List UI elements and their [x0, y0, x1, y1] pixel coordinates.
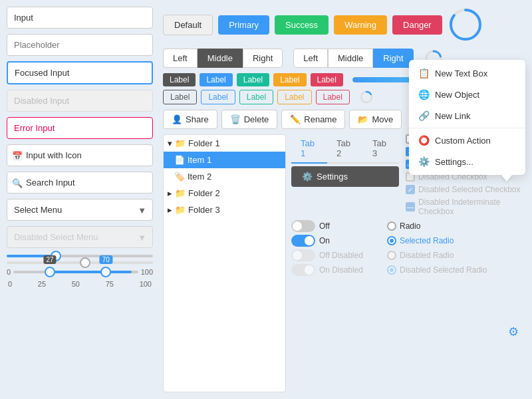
tabs-row: Tab 1 Tab 2 Tab 3	[291, 134, 399, 164]
menu-settings-label: Settings...	[435, 157, 473, 167]
radio-inner	[390, 239, 394, 243]
delete-label: Delete	[244, 114, 269, 124]
range-max-label: 100	[141, 268, 153, 276]
toggle-on[interactable]: On	[291, 235, 384, 247]
placeholder-input[interactable]	[7, 34, 153, 56]
tree-folder-2[interactable]: ▸ 📁 Folder 2	[164, 185, 285, 201]
toggle-off-disabled-track	[291, 249, 315, 261]
toggle-left-1[interactable]: Left	[163, 49, 198, 68]
toggle-middle-2[interactable]: Middle	[328, 49, 373, 68]
toggle-on-label: On	[319, 236, 330, 245]
disabled-select-wrapper: Disabled Select Menu ▼	[7, 226, 153, 248]
toggle-on-disabled-track	[291, 264, 315, 276]
slider-2-thumb[interactable]	[80, 257, 90, 268]
new-link-icon: 🔗	[418, 110, 430, 121]
default-button[interactable]: Default	[163, 15, 213, 35]
tree-folder-3[interactable]: ▸ 📁 Folder 3	[164, 201, 285, 218]
checkbox-disabled-indeterminate-box: —	[406, 202, 415, 211]
radio-disabled: Disabled Radio	[387, 249, 493, 261]
menu-new-object[interactable]: 🌐 New Object	[409, 84, 525, 105]
radio-unchecked[interactable]: Radio	[387, 220, 493, 232]
tiny-spinner	[359, 90, 374, 104]
tab-1[interactable]: Tab 1	[291, 134, 327, 164]
focused-input[interactable]	[7, 61, 153, 84]
circle-progress-full	[448, 7, 484, 43]
badge-outline-blue: Label	[201, 90, 235, 104]
toggle-on-track[interactable]	[291, 235, 315, 247]
disabled-selected-label: Disabled Selected Checkbox	[418, 185, 520, 194]
chevron-right-icon-2: ▸	[168, 188, 172, 198]
new-object-icon: 🌐	[418, 89, 430, 100]
toggle-left-2[interactable]: Left	[293, 49, 328, 68]
selected-radio-label: Selected Radio	[400, 236, 454, 245]
toggle-middle-1[interactable]: Middle	[198, 49, 243, 68]
share-label: Share	[186, 114, 209, 124]
tick-100: 100	[140, 280, 152, 288]
tree-item-1[interactable]: 📄 Item 1	[164, 152, 285, 168]
radio-disabled-circle	[387, 251, 396, 260]
badge-outline-orange: Label	[277, 90, 311, 104]
menu-new-object-label: New Object	[435, 90, 479, 100]
tree-item-1-label: Item 1	[188, 155, 211, 165]
plain-input[interactable]	[7, 7, 153, 29]
gear-icon: ⚙️	[302, 172, 313, 182]
range-thumb-right[interactable]: 70	[100, 267, 111, 277]
range-thumb-left[interactable]: 27	[45, 267, 55, 277]
rename-button[interactable]: ✏️ Rename	[281, 110, 345, 129]
settings-button[interactable]: ⚙️ Settings	[291, 166, 399, 187]
toggle-off-disabled-thumb	[293, 251, 302, 260]
menu-new-link-label: New Link	[435, 111, 470, 121]
menu-new-link[interactable]: 🔗 New Link	[409, 105, 525, 126]
icon-input[interactable]	[7, 144, 153, 166]
menu-custom-action[interactable]: ⭕ Custom Action	[409, 130, 525, 151]
toggle-right-1[interactable]: Right	[243, 49, 283, 68]
tick-75: 75	[106, 280, 114, 288]
sliders-section: 0 27 70 100 0 25 50 75 100	[7, 255, 153, 288]
radio-circle	[387, 221, 396, 231]
radio-selected-circle	[387, 236, 396, 245]
search-input[interactable]	[7, 172, 153, 194]
menu-new-text-box[interactable]: 📋 New Text Box	[409, 63, 525, 84]
error-input[interactable]	[7, 117, 153, 139]
share-button[interactable]: 👤 Share	[163, 110, 217, 129]
success-button[interactable]: Success	[275, 15, 329, 35]
toggle-on-disabled: On Disabled	[291, 264, 384, 276]
tree-item-2[interactable]: 🏷️ Item 2	[164, 168, 285, 185]
move-button[interactable]: 📂 Move	[349, 110, 402, 129]
floating-gear-icon[interactable]: ⚙	[508, 325, 519, 339]
select-menu[interactable]: Select Menu	[7, 199, 153, 221]
badge-outline-teal: Label	[239, 90, 273, 104]
primary-button[interactable]: Primary	[218, 15, 269, 35]
toggle-on-disabled-label: On Disabled	[319, 265, 363, 275]
delete-button[interactable]: 🗑️ Delete	[221, 110, 278, 129]
file-tree: ▾ 📁 Folder 1 📄 Item 1 🏷️ Item 2 ▸ 📁 Fold…	[163, 134, 286, 392]
range-min-label: 0	[7, 268, 11, 276]
radio-disabled-selected-circle	[387, 265, 396, 275]
search-icon: 🔍	[12, 178, 23, 188]
range-slider-track[interactable]: 27 70	[13, 271, 138, 273]
toggle-off-track[interactable]	[291, 220, 315, 232]
settings-menu-icon: ⚙️	[418, 156, 430, 167]
select-wrapper: Select Menu ▼	[7, 199, 153, 221]
toggle-off-disabled-label: Off Disabled	[319, 251, 363, 260]
tab-2[interactable]: Tab 2	[327, 134, 363, 164]
toggle-right-2[interactable]: Right	[373, 49, 413, 68]
slider-2-track[interactable]	[7, 261, 153, 264]
toggle-off[interactable]: Off	[291, 220, 384, 232]
move-label: Move	[372, 114, 393, 124]
menu-settings[interactable]: ⚙️ Settings...	[409, 151, 525, 172]
tab-3[interactable]: Tab 3	[363, 134, 399, 164]
tree-folder-1[interactable]: ▾ 📁 Folder 1	[164, 135, 285, 152]
right-column: Default Primary Success Warning Danger L…	[160, 7, 525, 392]
warning-button[interactable]: Warning	[334, 15, 387, 35]
danger-button[interactable]: Danger	[392, 15, 442, 35]
radio-selected[interactable]: Selected Radio	[387, 235, 493, 247]
slider-1-track[interactable]	[7, 255, 153, 257]
toggles-radios-grid: Off Radio On	[291, 220, 525, 276]
checkbox-disabled-selected-box: ✓	[406, 185, 415, 194]
radio-disabled-selected: Disabled Selected Radio	[387, 264, 493, 276]
tabs-settings-col: Tab 1 Tab 2 Tab 3 ⚙️ Settings	[291, 134, 399, 187]
toggle-on-disabled-thumb	[305, 265, 314, 275]
checkbox-disabled-indeterminate: — Disabled Indeterminate Checkbox	[406, 198, 525, 216]
search-input-wrapper: 🔍	[7, 172, 153, 194]
